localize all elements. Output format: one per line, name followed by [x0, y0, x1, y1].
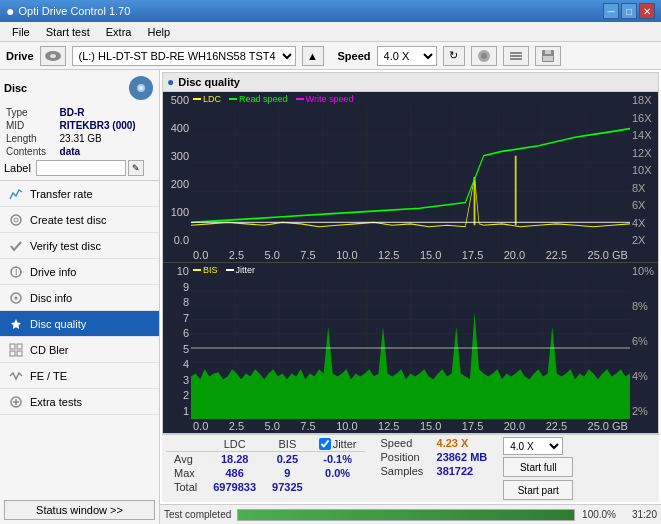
menu-start-test[interactable]: Start test	[38, 24, 98, 40]
menu-file[interactable]: File	[4, 24, 38, 40]
stats-ldc-header: LDC	[205, 437, 264, 452]
sidebar-item-fe-te[interactable]: FE / TE	[0, 363, 159, 389]
sidebar-item-create-test-disc[interactable]: Create test disc	[0, 207, 159, 233]
sidebar-item-extra-tests[interactable]: Extra tests	[0, 389, 159, 415]
start-part-button[interactable]: Start part	[503, 480, 573, 500]
chart-title: Disc quality	[178, 76, 240, 88]
stats-speed-select[interactable]: 4.0 X	[503, 437, 563, 455]
nav-label-cd-bler: CD Bler	[30, 344, 69, 356]
lower-chart-y-axis-left: 10 9 8 7 6 5 4 3 2 1	[163, 263, 191, 417]
save-button[interactable]	[535, 46, 561, 66]
disc-label-input[interactable]	[36, 160, 126, 176]
stats-total-bis: 97325	[264, 480, 311, 494]
nav-label-drive-info: Drive info	[30, 266, 76, 278]
disc-panel-title: Disc	[4, 82, 27, 94]
lower-chart-x-axis: 0.0 2.5 5.0 7.5 10.0 12.5 15.0 17.5 20.0…	[191, 419, 630, 433]
jitter-check-label: Jitter	[333, 438, 357, 450]
upper-chart-y-axis-right: 18X 16X 14X 12X 10X 8X 6X 4X 2X	[630, 92, 658, 246]
contents-value: data	[58, 145, 155, 158]
svg-point-3	[481, 53, 487, 59]
sidebar-item-drive-info[interactable]: i Drive info	[0, 259, 159, 285]
nav-label-verify-test-disc: Verify test disc	[30, 240, 101, 252]
svg-point-1	[50, 54, 56, 58]
speed-select[interactable]: 4.0 X 2.0 X 8.0 X	[377, 46, 437, 66]
progress-time: 31:20	[622, 509, 657, 520]
disc-label-edit-btn[interactable]: ✎	[128, 160, 144, 176]
menu-extra[interactable]: Extra	[98, 24, 140, 40]
position-row: Position 23862 MB	[381, 451, 488, 463]
progress-bar-container	[237, 509, 575, 521]
samples-value: 381722	[437, 465, 474, 477]
svg-point-13	[11, 215, 21, 225]
sidebar-item-cd-bler[interactable]: CD Bler	[0, 337, 159, 363]
lower-chart-legend: BIS Jitter	[193, 265, 255, 275]
disc-label-label: Label	[4, 162, 34, 174]
jitter-legend-color	[226, 269, 234, 271]
settings-button2[interactable]	[503, 46, 529, 66]
position-label: Position	[381, 451, 433, 463]
stats-avg-ldc: 18.28	[205, 452, 264, 467]
samples-label: Samples	[381, 465, 433, 477]
svg-rect-9	[543, 56, 553, 61]
settings-button1[interactable]	[471, 46, 497, 66]
speed-label: Speed	[338, 50, 371, 62]
write-speed-legend-item: Write speed	[296, 94, 354, 104]
disc-info-icon	[8, 290, 24, 306]
svg-rect-4	[510, 52, 522, 54]
disc-table: Type BD-R MID RITEKBR3 (000) Length 23.3…	[4, 106, 155, 158]
drive-info-icon: i	[8, 264, 24, 280]
jitter-checkbox[interactable]	[319, 438, 331, 450]
status-window-button[interactable]: Status window >>	[4, 500, 155, 520]
stats-jitter-check-cell: Jitter	[311, 437, 365, 452]
refresh-button[interactable]: ↻	[443, 46, 465, 66]
mid-label: MID	[4, 119, 58, 132]
ldc-legend-color	[193, 98, 201, 100]
close-button[interactable]: ✕	[639, 3, 655, 19]
nav-items: Transfer rate Create test disc Verify te…	[0, 181, 159, 496]
drive-label: Drive	[6, 50, 34, 62]
svg-rect-20	[10, 344, 15, 349]
position-value: 23862 MB	[437, 451, 488, 463]
lower-chart-svg	[191, 277, 630, 419]
sidebar-item-verify-test-disc[interactable]: Verify test disc	[0, 233, 159, 259]
maximize-button[interactable]: □	[621, 3, 637, 19]
start-full-button[interactable]: Start full	[503, 457, 573, 477]
sidebar-item-disc-quality[interactable]: Disc quality	[0, 311, 159, 337]
write-speed-legend-color	[296, 98, 304, 100]
disc-info-panel: Disc Type BD-R MID RITEKBR3 (000) Length	[0, 70, 159, 181]
stats-table: LDC BIS Jitter Avg	[166, 437, 365, 494]
sidebar-item-disc-info[interactable]: Disc info	[0, 285, 159, 311]
read-speed-legend-label: Read speed	[239, 94, 288, 104]
charts-area: LDC Read speed Write speed 500	[162, 91, 659, 434]
right-stats: Speed 4.23 X Position 23862 MB Samples 3…	[381, 437, 488, 477]
transfer-rate-icon	[8, 186, 24, 202]
jitter-legend-item: Jitter	[226, 265, 256, 275]
stats-max-label: Max	[166, 466, 205, 480]
minimize-button[interactable]: ─	[603, 3, 619, 19]
eject-button[interactable]: ▲	[302, 46, 324, 66]
nav-label-transfer-rate: Transfer rate	[30, 188, 93, 200]
sidebar-item-transfer-rate[interactable]: Transfer rate	[0, 181, 159, 207]
upper-chart-y-axis-left: 500 400 300 200 100 0.0	[163, 92, 191, 246]
svg-rect-5	[510, 55, 522, 57]
nav-label-disc-quality: Disc quality	[30, 318, 86, 330]
progress-percent: 100.0%	[581, 509, 616, 520]
speed-display-label: Speed	[381, 437, 433, 449]
jitter-legend-label: Jitter	[236, 265, 256, 275]
nav-label-extra-tests: Extra tests	[30, 396, 82, 408]
stats-avg-label: Avg	[166, 452, 205, 467]
cd-bler-icon	[8, 342, 24, 358]
extra-tests-icon	[8, 394, 24, 410]
svg-rect-8	[545, 50, 551, 54]
stats-max-jitter: 0.0%	[311, 466, 365, 480]
mid-value: RITEKBR3 (000)	[58, 119, 155, 132]
lower-chart: BIS Jitter 10 9 8 7 6 5	[163, 263, 658, 433]
drive-icon-btn[interactable]	[40, 46, 66, 66]
speed-display-value: 4.23 X	[437, 437, 469, 449]
window-controls: ─ □ ✕	[603, 3, 655, 19]
stats-max-row: Max 486 9 0.0%	[166, 466, 365, 480]
status-text: Test completed	[164, 509, 231, 520]
menu-help[interactable]: Help	[139, 24, 178, 40]
drive-select[interactable]: (L:) HL-DT-ST BD-RE WH16NS58 TST4	[72, 46, 296, 66]
nav-label-fe-te: FE / TE	[30, 370, 67, 382]
